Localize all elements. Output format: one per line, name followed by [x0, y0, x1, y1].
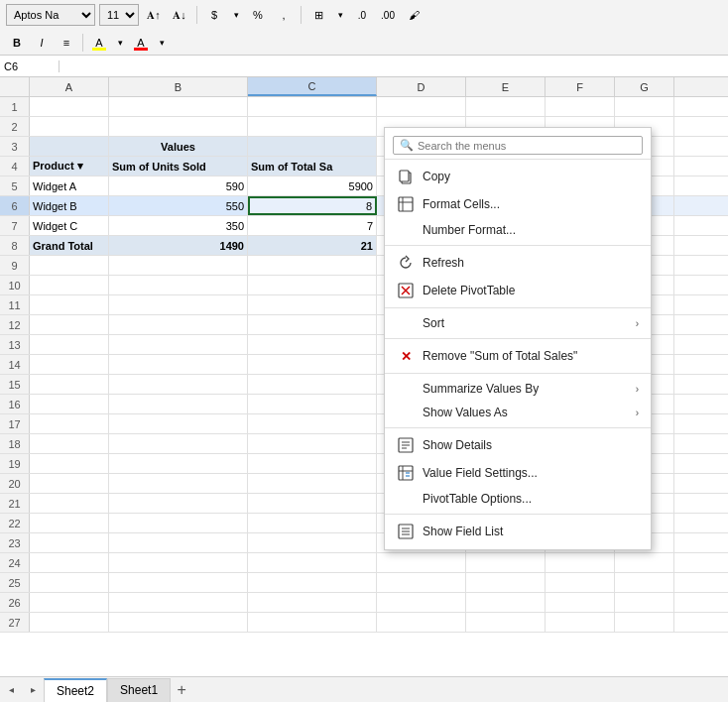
col-header-g[interactable]: G: [615, 77, 674, 96]
sort-arrow-icon: ›: [636, 318, 639, 329]
refresh-icon: [397, 254, 415, 272]
context-menu-format-cells[interactable]: Format Cells...: [385, 190, 651, 218]
percent-button[interactable]: %: [247, 4, 269, 26]
remove-icon: ✕: [397, 347, 415, 365]
separator: [385, 245, 651, 246]
format-cells-icon: [397, 195, 415, 213]
context-menu-pivot-options[interactable]: PivotTable Options...: [385, 487, 651, 511]
scroll-right-button[interactable]: ▸: [22, 679, 44, 701]
format-cells-label: Format Cells...: [423, 197, 639, 211]
context-menu-sort[interactable]: Sort ›: [385, 311, 651, 335]
context-menu-copy[interactable]: Copy: [385, 163, 651, 190]
summarize-label: Summarize Values By: [423, 382, 628, 396]
bold-button[interactable]: B: [6, 32, 28, 54]
name-box[interactable]: C6: [0, 60, 60, 72]
context-menu-remove[interactable]: ✕ Remove "Sum of Total Sales": [385, 342, 651, 370]
separator: [385, 338, 651, 339]
separator2: [301, 6, 302, 24]
dropdown-highlight[interactable]: ▾: [113, 32, 127, 54]
separator: [385, 307, 651, 308]
show-field-list-label: Show Field List: [423, 525, 639, 538]
show-field-list-icon: [397, 523, 415, 540]
align-button[interactable]: ≡: [56, 32, 77, 54]
col-header-c[interactable]: C: [248, 77, 377, 96]
search-input[interactable]: [418, 140, 636, 152]
remove-label: Remove "Sum of Total Sales": [423, 349, 639, 363]
sheet-tab-sheet2[interactable]: Sheet2: [44, 678, 107, 702]
show-details-label: Show Details: [423, 438, 639, 452]
copy-label: Copy: [423, 170, 639, 183]
show-values-as-arrow-icon: ›: [636, 408, 639, 418]
bottom-bar: ◂ ▸ Sheet2 Sheet1 +: [0, 676, 728, 702]
col-header-d[interactable]: D: [377, 77, 466, 96]
increase-font-button[interactable]: 𝐀↑: [143, 4, 165, 26]
col-header-f[interactable]: F: [546, 77, 615, 96]
show-values-as-label: Show Values As: [423, 406, 628, 419]
delete-pivot-icon: [397, 282, 415, 299]
show-details-icon: [397, 436, 415, 454]
decrease-decimal-button[interactable]: .0: [351, 4, 373, 26]
context-menu-show-field-list[interactable]: Show Field List: [385, 518, 651, 545]
context-menu-summarize[interactable]: Summarize Values By ›: [385, 377, 651, 401]
dropdown-currency[interactable]: ▾: [229, 4, 243, 26]
column-header-row: A B C D E F G: [0, 77, 728, 97]
table-row: 26: [0, 593, 728, 613]
svg-rect-1: [400, 171, 409, 181]
font-color-button[interactable]: A: [130, 32, 152, 54]
delete-pivot-label: Delete PivotTable: [423, 284, 639, 297]
summarize-arrow-icon: ›: [636, 384, 639, 395]
col-header-a[interactable]: A: [30, 77, 109, 96]
separator: [385, 159, 651, 160]
increase-decimal-button[interactable]: .00: [377, 4, 399, 26]
add-sheet-button[interactable]: +: [171, 679, 192, 701]
table-row: 25: [0, 573, 728, 593]
corner-cell: [0, 77, 30, 96]
table-row: 1: [0, 97, 728, 117]
format-painter-button[interactable]: 🖌: [403, 4, 425, 26]
table-row: 27: [0, 613, 728, 633]
separator: [385, 427, 651, 428]
context-menu-show-values-as[interactable]: Show Values As ›: [385, 401, 651, 424]
decrease-font-button[interactable]: 𝐀↓: [169, 4, 190, 26]
context-menu-delete-pivot[interactable]: Delete PivotTable: [385, 277, 651, 304]
number-format-label: Number Format...: [423, 223, 639, 237]
copy-icon: [397, 168, 415, 185]
context-menu-search[interactable]: 🔍: [393, 136, 643, 155]
context-menu-number-format[interactable]: Number Format...: [385, 218, 651, 242]
font-size-select[interactable]: 11: [99, 4, 139, 26]
dropdown-font-color[interactable]: ▾: [155, 32, 169, 54]
value-field-settings-icon: [397, 464, 415, 482]
highlight-color-button[interactable]: A: [88, 32, 110, 54]
search-icon: 🔍: [400, 139, 414, 152]
col-header-b[interactable]: B: [109, 77, 248, 96]
font-name-select[interactable]: Aptos Na: [6, 4, 95, 26]
context-menu-value-field-settings[interactable]: Value Field Settings...: [385, 459, 651, 487]
refresh-label: Refresh: [423, 256, 639, 270]
separator1: [196, 6, 197, 24]
formula-bar: C6: [0, 56, 728, 77]
sort-label: Sort: [423, 316, 628, 330]
currency-button[interactable]: $: [203, 4, 225, 26]
italic-button[interactable]: I: [31, 32, 53, 54]
pivot-options-label: PivotTable Options...: [423, 492, 639, 506]
scroll-left-button[interactable]: ◂: [0, 679, 22, 701]
dropdown-borders[interactable]: ▾: [333, 4, 347, 26]
borders-button[interactable]: ⊞: [307, 4, 329, 26]
context-menu-refresh[interactable]: Refresh: [385, 249, 651, 277]
separator: [385, 373, 651, 374]
value-field-settings-label: Value Field Settings...: [423, 466, 639, 480]
context-menu: 🔍 Copy Format Cells...: [384, 127, 652, 550]
separator3: [82, 34, 83, 52]
table-row: 24: [0, 553, 728, 573]
col-header-e[interactable]: E: [466, 77, 546, 96]
separator: [385, 514, 651, 515]
context-menu-show-details[interactable]: Show Details: [385, 431, 651, 459]
sheet-tab-sheet1[interactable]: Sheet1: [107, 678, 171, 702]
comma-button[interactable]: ,: [273, 4, 295, 26]
svg-rect-2: [399, 197, 413, 211]
